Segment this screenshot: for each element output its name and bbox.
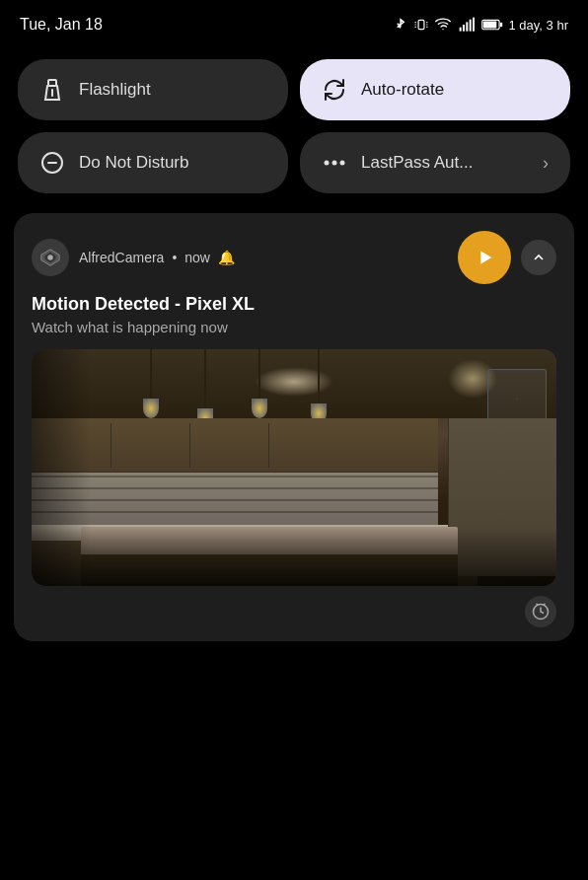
wifi-icon xyxy=(434,17,452,33)
alfred-camera-icon xyxy=(39,247,61,268)
svg-rect-11 xyxy=(473,18,475,32)
notification-card: AlfredCamera • now 🔔 Motion Detected - P… xyxy=(14,213,574,641)
dnd-label: Do Not Disturb xyxy=(79,153,188,173)
svg-rect-10 xyxy=(469,20,471,32)
notif-time: now xyxy=(184,250,210,265)
lastpass-label: LastPass Aut... xyxy=(361,153,473,173)
svg-point-20 xyxy=(332,161,337,166)
svg-point-19 xyxy=(325,161,330,166)
bluetooth-icon xyxy=(393,17,408,33)
svg-rect-9 xyxy=(466,22,468,31)
chevron-up-icon xyxy=(531,250,547,265)
notif-right xyxy=(458,231,556,284)
snooze-button[interactable] xyxy=(525,596,556,627)
kitchen-scene: ▫ ▫ xyxy=(32,349,556,586)
flashlight-label: Flashlight xyxy=(79,80,151,100)
notif-app-name: AlfredCamera xyxy=(79,250,164,265)
action-button[interactable] xyxy=(458,231,511,284)
flashlight-tile[interactable]: Flashlight xyxy=(18,59,288,120)
vibrate-icon xyxy=(414,17,428,33)
ceiling-light xyxy=(255,367,333,397)
expand-button[interactable] xyxy=(521,240,556,275)
status-bar: Tue, Jan 18 xyxy=(0,0,588,47)
auto-rotate-tile[interactable]: Auto-rotate xyxy=(300,59,570,120)
notification-body: Watch what is happening now xyxy=(32,319,556,335)
do-not-disturb-tile[interactable]: Do Not Disturb xyxy=(18,132,288,193)
notif-app-info: AlfredCamera • now 🔔 xyxy=(79,250,235,265)
svg-rect-15 xyxy=(48,80,56,86)
notification-header: AlfredCamera • now 🔔 xyxy=(32,231,556,284)
svg-marker-25 xyxy=(480,252,491,264)
battery-icon xyxy=(481,18,503,32)
lastpass-chevron: › xyxy=(543,153,549,174)
svg-rect-13 xyxy=(482,21,495,28)
notif-left: AlfredCamera • now 🔔 xyxy=(32,239,235,276)
notif-separator: • xyxy=(172,250,177,265)
notif-bell-icon: 🔔 xyxy=(218,250,235,265)
dnd-icon xyxy=(39,150,65,176)
svg-point-24 xyxy=(47,255,53,260)
status-time: Tue, Jan 18 xyxy=(20,16,103,34)
lastpass-tile[interactable]: LastPass Aut... › xyxy=(300,132,570,193)
battery-text: 1 day, 3 hr xyxy=(509,18,568,33)
flashlight-icon xyxy=(39,77,65,103)
notification-title: Motion Detected - Pixel XL xyxy=(32,294,556,315)
svg-rect-7 xyxy=(459,28,461,32)
camera-image[interactable]: ▫ ▫ xyxy=(32,349,556,586)
signal-icon xyxy=(458,17,476,33)
quick-tiles-grid: Flashlight Auto-rotate Do Not Disturb xyxy=(0,47,588,203)
svg-point-21 xyxy=(340,161,345,166)
snooze-icon xyxy=(532,603,550,621)
status-icons: 1 day, 3 hr xyxy=(393,17,568,33)
play-home-icon xyxy=(474,247,495,268)
notification-footer xyxy=(32,596,556,627)
lastpass-icon xyxy=(322,150,347,176)
svg-rect-14 xyxy=(499,23,501,28)
auto-rotate-label: Auto-rotate xyxy=(361,80,444,100)
svg-rect-0 xyxy=(418,20,424,29)
svg-rect-8 xyxy=(463,25,465,32)
app-icon xyxy=(32,239,69,276)
auto-rotate-icon xyxy=(322,77,347,103)
